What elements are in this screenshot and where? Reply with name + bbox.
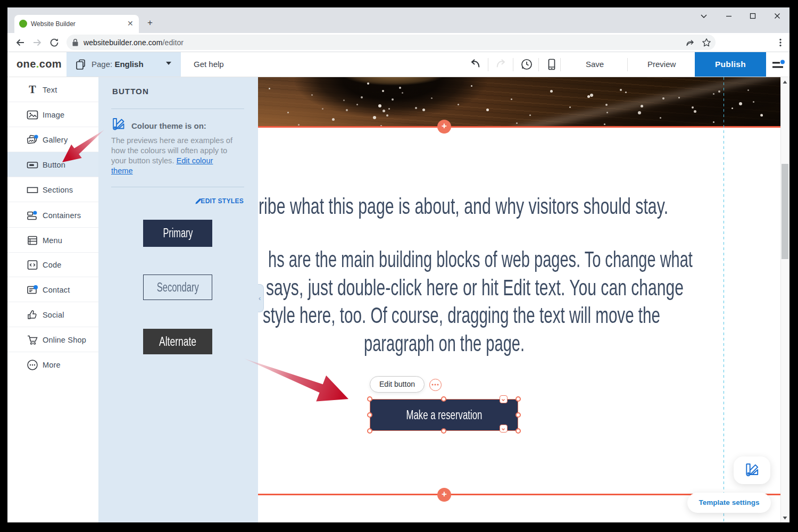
svg-text:T: T: [29, 84, 36, 95]
